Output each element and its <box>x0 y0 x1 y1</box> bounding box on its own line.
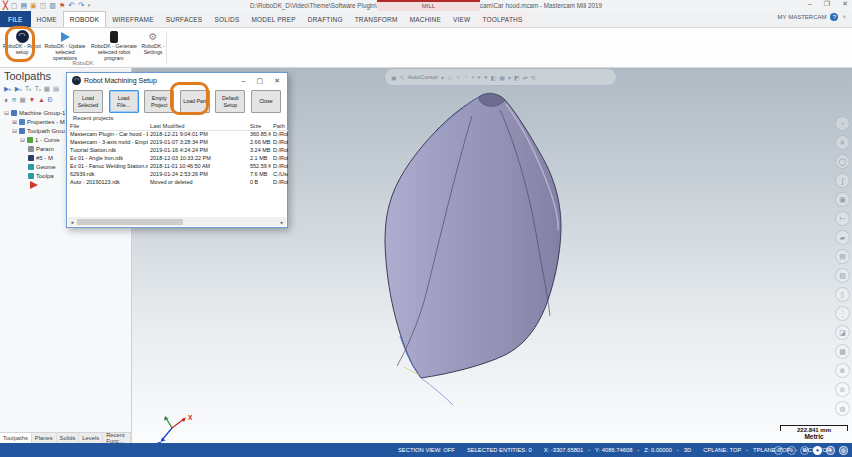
dialog-minimize-button[interactable]: – <box>242 77 246 85</box>
robodk-settings-button[interactable]: ⚙ RoboDK - Settings <box>140 29 166 62</box>
minimize-button[interactable]: – <box>808 0 812 8</box>
column-header-modified[interactable]: Last Modified <box>148 122 248 130</box>
panel-tab-recent[interactable]: Recent Func... <box>103 433 131 443</box>
recent-project-row[interactable]: Auto - 20190123.rdk Moved or deleted 0 B… <box>68 178 288 186</box>
help-icon[interactable]: ? <box>830 13 838 21</box>
status-gear-icon[interactable]: ◍ <box>839 446 848 455</box>
autocursor-label[interactable]: AutoCursor <box>408 74 438 80</box>
swap-icon[interactable]: ⇄ <box>523 74 528 81</box>
grid2-icon[interactable]: ▤ <box>53 85 59 93</box>
tab-model-prep[interactable]: MODEL PREP <box>245 11 301 27</box>
robodk-generate-program-button[interactable]: RoboDK - Generate selected robot program <box>88 29 140 62</box>
recent-project-row[interactable]: Mastercam Plugin - Car hood - Empty.rdk … <box>68 130 288 138</box>
collapse-icon[interactable]: ⊟ <box>4 109 9 116</box>
viewport-tool-icon[interactable]: ⋮ <box>835 306 850 321</box>
viewport-tool-icon[interactable]: ▯ <box>835 287 850 302</box>
viewport-tool-icon[interactable]: ◪ <box>835 325 850 340</box>
wave-icon[interactable]: ≋ <box>11 96 16 104</box>
scrollbar-thumb[interactable] <box>77 219 183 225</box>
lock-icon[interactable]: ▣ <box>391 74 397 81</box>
status-globe2-icon[interactable]: ⊕ <box>787 446 796 455</box>
recent-project-row[interactable]: 62939.rdk 2019-01-24 2:53:26 PM 7.6 MB C… <box>68 170 288 178</box>
robodk-update-operations-button[interactable]: RoboDK - Update selected operations <box>44 29 86 62</box>
filter3-icon[interactable]: ◕ <box>477 74 481 80</box>
load-file-button[interactable]: Load File... <box>109 90 139 113</box>
viewport-tool-icon[interactable]: ⊛ <box>835 363 850 378</box>
highlight-icon[interactable]: ◩ <box>514 74 520 81</box>
tab-toolpaths[interactable]: TOOLPATHS <box>476 11 528 27</box>
collapse-icon[interactable]: ⊟ <box>20 136 25 143</box>
recent-project-row[interactable]: Tutorial Station.rdk 2019-01-16 4:24:24 … <box>68 146 288 154</box>
filter5-icon[interactable]: ◧ <box>491 74 497 81</box>
column-header-path[interactable]: Path <box>271 122 288 130</box>
d-icon[interactable]: Đ <box>48 96 53 103</box>
viewport-tool-icon[interactable]: ✕ <box>835 135 850 150</box>
status-globe1-icon[interactable]: ⊕ <box>774 446 783 455</box>
lock-icon[interactable]: ∎ <box>4 96 8 104</box>
viewport-tool-icon[interactable]: ʃ <box>835 173 850 188</box>
panel-tab-planes[interactable]: Planes <box>32 433 57 443</box>
panel-tab-levels[interactable]: Levels <box>79 433 103 443</box>
regen-all-icon[interactable]: Tₖ <box>25 85 32 93</box>
tab-solids[interactable]: SOLIDS <box>208 11 245 27</box>
tab-view[interactable]: VIEW <box>447 11 476 27</box>
grid-icon[interactable]: ▦ <box>499 74 505 81</box>
panel-tab-toolpaths[interactable]: Toolpaths <box>0 433 32 443</box>
mode-3d-toggle[interactable]: 3D <box>684 447 691 453</box>
viewport-tool-icon[interactable]: ▰ <box>835 230 850 245</box>
viewport-tool-icon[interactable]: ▩ <box>835 344 850 359</box>
dialog-maximize-button[interactable]: ▢ <box>257 77 264 85</box>
viewport-tool-icon[interactable]: ＋ <box>835 116 850 131</box>
move-up-icon[interactable]: ▲ <box>38 96 44 103</box>
expand-icon[interactable]: ⊞ <box>12 118 17 125</box>
grid-dropdown-icon[interactable]: ▾ <box>508 74 511 81</box>
cursor-icon[interactable]: ↖ <box>400 74 405 81</box>
viewport-tool-icon[interactable]: ▧ <box>835 268 850 283</box>
snap-icon[interactable]: ⊹ <box>447 74 452 81</box>
select-none-icon[interactable]: ▶ₓ <box>15 85 22 93</box>
viewport-tool-icon[interactable]: ◍ <box>835 401 850 416</box>
move-down-icon[interactable]: ▼ <box>29 96 35 103</box>
section-view-status[interactable]: SECTION VIEW: OFF <box>398 447 455 453</box>
load-selected-button[interactable]: Load Selected <box>73 90 103 113</box>
filter1-icon[interactable]: ◔ <box>464 74 468 80</box>
filter4-icon[interactable]: ● <box>484 74 488 80</box>
select-all-icon[interactable]: ▶ₖ <box>4 85 12 93</box>
refresh-icon[interactable]: ↻ <box>531 74 536 81</box>
recent-project-row[interactable]: Mastercam - 3-axis mold - Empty.rdk 2019… <box>68 138 288 146</box>
scroll-right-icon[interactable]: ▸ <box>278 219 286 225</box>
default-setup-button[interactable]: Default Setup <box>215 90 245 113</box>
viewport-tool-icon[interactable]: ⊢ <box>835 211 850 226</box>
filter2-icon[interactable]: ◑ <box>471 74 475 80</box>
viewport-tool-icon[interactable]: ▤ <box>835 249 850 264</box>
tab-file[interactable]: FILE <box>0 11 31 27</box>
autocursor-overlay-toolbar[interactable]: ▣ ↖ AutoCursor ▾ ⊹ ＋ ◔ ◑ ◕ ● ◧ ▦ ▾ ◩ ⇄ ↻ <box>384 68 617 86</box>
plus-icon[interactable]: ＋ <box>455 73 461 82</box>
column-header-file[interactable]: File <box>68 122 148 130</box>
horizontal-scrollbar[interactable]: ◂ ▸ <box>68 217 286 226</box>
tab-surfaces[interactable]: SURFACES <box>160 11 209 27</box>
scroll-left-icon[interactable]: ◂ <box>68 219 76 225</box>
close-button[interactable]: ✕ <box>842 0 848 8</box>
viewport-tool-icon[interactable]: ◯ <box>835 154 850 169</box>
regen-dirty-icon[interactable]: Tₓ <box>35 85 41 92</box>
tab-home[interactable]: HOME <box>31 11 63 27</box>
grid3-icon[interactable]: ▦ <box>20 96 26 104</box>
maximize-button[interactable]: ❐ <box>824 0 830 8</box>
panel-tab-solids[interactable]: Solids <box>57 433 80 443</box>
viewport-tool-icon[interactable]: ▣ <box>835 192 850 207</box>
collapse-icon[interactable]: ⊟ <box>12 127 17 134</box>
status-sphere-icon[interactable]: ● <box>826 446 835 455</box>
selected-entities-status[interactable]: SELECTED ENTITIES: 0 <box>467 447 532 453</box>
status-selected-view-icon[interactable]: ● <box>813 446 822 455</box>
tab-drafting[interactable]: DRAFTING <box>302 11 349 27</box>
tab-machine[interactable]: MACHINE <box>404 11 447 27</box>
tab-wireframe[interactable]: WIREFRAME <box>106 11 160 27</box>
autocursor-dropdown-icon[interactable]: ▾ <box>441 74 444 81</box>
close-dialog-button[interactable]: Close <box>251 90 281 113</box>
recent-project-row[interactable]: Ex 01 - Fanuc Welding Station.rdk 2018-1… <box>68 162 288 170</box>
my-mastercam-area[interactable]: MY MASTERCAM ? ˄ <box>778 13 846 21</box>
viewport-tool-icon[interactable]: ⊘ <box>835 382 850 397</box>
grid1-icon[interactable]: ▦ <box>44 85 50 93</box>
tab-robodk[interactable]: ROBODK <box>63 11 106 27</box>
